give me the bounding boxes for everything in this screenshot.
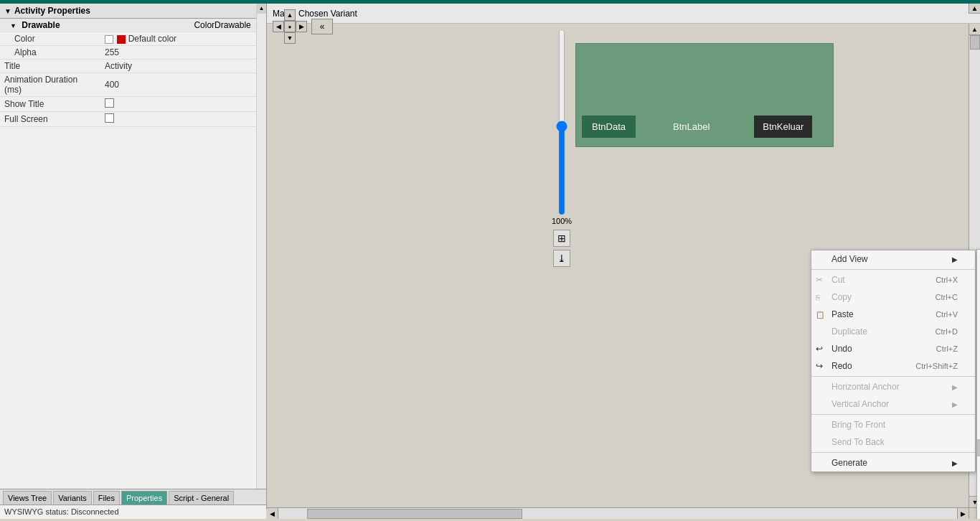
bring-to-front-label: Bring To Front <box>831 420 885 430</box>
copy-shortcut: Ctrl+C <box>936 293 958 301</box>
right-scroll-thumb[interactable] <box>970 35 980 50</box>
submenu-spinner[interactable]: Spinner <box>977 491 980 508</box>
zoom-fit-btn[interactable]: ⊞ <box>553 230 570 247</box>
submenu-radio-button[interactable]: RadioButton <box>977 439 980 456</box>
context-menu-copy[interactable]: ⎘ Copy Ctrl+C <box>811 288 975 306</box>
tab-properties[interactable]: Properties <box>121 491 167 504</box>
context-menu-bring-to-front[interactable]: Bring To Front <box>811 416 975 433</box>
submenu-custom-view[interactable]: CustomView <box>977 301 980 319</box>
btn-label[interactable]: BtnLabel <box>637 116 745 138</box>
submenu-progress-bar[interactable]: ProgressBar <box>977 422 980 439</box>
context-menu-duplicate[interactable]: Duplicate Ctrl+D <box>811 323 975 340</box>
horizontal-anchor-label: Horizontal Anchor <box>831 382 900 392</box>
nav-down[interactable]: ▼ <box>284 32 296 44</box>
context-menu-send-to-back[interactable]: Send To Back <box>811 433 975 451</box>
zoom-screenshot-btn[interactable]: ⤓ <box>553 250 570 267</box>
alpha-value: 255 <box>105 47 119 57</box>
tab-variants[interactable]: Variants <box>53 491 92 504</box>
btn-data[interactable]: BtnData <box>582 116 636 138</box>
zoom-slider-container: 100% ⊞ ⤓ <box>552 29 572 267</box>
section-name-drawable: Drawable <box>22 20 60 30</box>
context-menu-horizontal-anchor[interactable]: Horizontal Anchor ▶ <box>811 378 975 395</box>
prop-row-alpha: Alpha 255 <box>0 46 266 60</box>
full-screen-checkbox[interactable] <box>105 113 114 123</box>
nav-up[interactable]: ▲ <box>284 9 296 21</box>
prop-row-animation-duration: Animation Duration (ms) 400 <box>0 73 266 97</box>
context-menu-vertical-anchor[interactable]: Vertical Anchor ▶ <box>811 395 975 413</box>
section-row-drawable: ▼ Drawable ColorDrawable ▼ <box>0 19 266 32</box>
context-menu: Add View ▶ AutoCompleteEditText Button C… <box>811 250 976 472</box>
submenu-tab-host[interactable]: TabHost <box>977 508 980 519</box>
tab-bar: Views Tree Variants Files Properties Scr… <box>0 489 266 504</box>
canvas-content: BtnData BtnLabel BtnKeluar <box>575 43 834 147</box>
tab-files[interactable]: Files <box>93 491 120 504</box>
cut-shortcut: Ctrl+X <box>936 276 958 284</box>
send-to-back-label: Send To Back <box>831 437 885 447</box>
separator-2 <box>811 376 975 377</box>
redo-shortcut: Ctrl+Shift+Z <box>915 362 958 370</box>
context-menu-cut[interactable]: ✂ Cut Ctrl+X <box>811 271 975 288</box>
submenu-edit-text[interactable]: EditText <box>977 319 980 336</box>
tab-views-tree[interactable]: Views Tree <box>3 491 52 504</box>
paste-label: Paste <box>831 309 854 319</box>
left-panel-header: ▼ Activity Properties <box>0 4 266 19</box>
add-view-arrow: ▶ <box>952 255 958 263</box>
submenu-label[interactable]: Label <box>977 370 980 388</box>
color-swatch-white <box>105 35 113 44</box>
nav-wrapper: ▲ ◀ ● ▶ ▼ « <box>273 9 333 44</box>
nav-left[interactable]: ◀ <box>273 21 284 32</box>
show-title-checkbox[interactable] <box>105 98 114 108</box>
title-value: Activity <box>105 61 132 71</box>
context-menu-generate[interactable]: Generate ▶ <box>811 454 975 471</box>
submenu-list-view[interactable]: ListView <box>977 388 980 405</box>
context-menu-redo[interactable]: ↪ Redo Ctrl+Shift+Z <box>811 357 975 375</box>
h-scroll-right[interactable]: ▶ <box>957 508 969 520</box>
submenu-panel[interactable]: Panel <box>977 405 980 422</box>
submenu-image-view[interactable]: ImageView <box>977 353 980 370</box>
canvas-header: Match Chosen Variant ▲ <box>267 4 980 24</box>
tab-script-general[interactable]: Script - General <box>169 491 234 504</box>
submenu-checkbox[interactable]: CheckBox <box>977 284 980 301</box>
collapse-arrow[interactable]: ▼ <box>4 7 11 15</box>
redo-icon: ↪ <box>816 361 823 371</box>
zoom-label: 100% <box>552 217 572 225</box>
canvas-title: Match Chosen Variant <box>273 9 974 19</box>
vertical-anchor-arrow: ▶ <box>952 400 958 408</box>
activity-panel: BtnData BtnLabel BtnKeluar <box>575 43 834 147</box>
color-swatch-red <box>117 35 126 44</box>
btn-keluar[interactable]: BtnKeluar <box>754 116 812 138</box>
nav-right[interactable]: ▶ <box>296 21 307 32</box>
left-panel-title: Activity Properties <box>14 6 90 16</box>
section-expand[interactable]: ▼ <box>10 22 17 29</box>
left-scroll-up[interactable]: ▲ <box>257 4 266 14</box>
generate-arrow: ▶ <box>952 459 958 467</box>
submenu-seek-bar[interactable]: SeekBar <box>977 474 980 491</box>
submenu-horizontal-scroll[interactable]: HorizontalScrollView <box>977 336 980 353</box>
prop-row-title: Title Activity <box>0 60 266 73</box>
bottom-h-scrollbar: ◀ ▶ <box>267 507 969 519</box>
separator-3 <box>811 414 975 415</box>
zoom-slider[interactable] <box>555 29 568 215</box>
h-scroll-thumb[interactable] <box>307 509 522 519</box>
h-scroll-left[interactable]: ◀ <box>267 508 278 520</box>
context-menu-paste[interactable]: 📋 Paste Ctrl+V <box>811 306 975 323</box>
prop-row-color: Color Default color <box>0 32 266 46</box>
submenu-scroll-view[interactable]: ScrollView <box>977 456 980 474</box>
animation-duration-value: 400 <box>105 80 119 90</box>
submenu-auto-complete[interactable]: AutoCompleteEditText <box>977 250 980 267</box>
undo-icon: ↩ <box>816 344 823 354</box>
nav-empty-bl <box>273 32 284 44</box>
context-menu-undo[interactable]: ↩ Undo Ctrl+Z <box>811 340 975 357</box>
undo-label: Undo <box>831 344 852 354</box>
canvas-scroll-up[interactable]: ▲ <box>969 4 980 14</box>
submenu-button[interactable]: Button <box>977 267 980 284</box>
color-value: Default color <box>128 34 176 44</box>
back-button[interactable]: « <box>311 19 333 34</box>
horizontal-anchor-arrow: ▶ <box>952 383 958 391</box>
add-view-label: Add View <box>831 254 867 264</box>
copy-icon: ⎘ <box>816 294 820 301</box>
context-menu-add-view[interactable]: Add View ▶ AutoCompleteEditText Button C… <box>811 250 975 268</box>
nav-center[interactable]: ● <box>284 21 296 32</box>
right-scroll-up[interactable]: ▲ <box>969 24 980 35</box>
cut-icon: ✂ <box>816 275 823 285</box>
